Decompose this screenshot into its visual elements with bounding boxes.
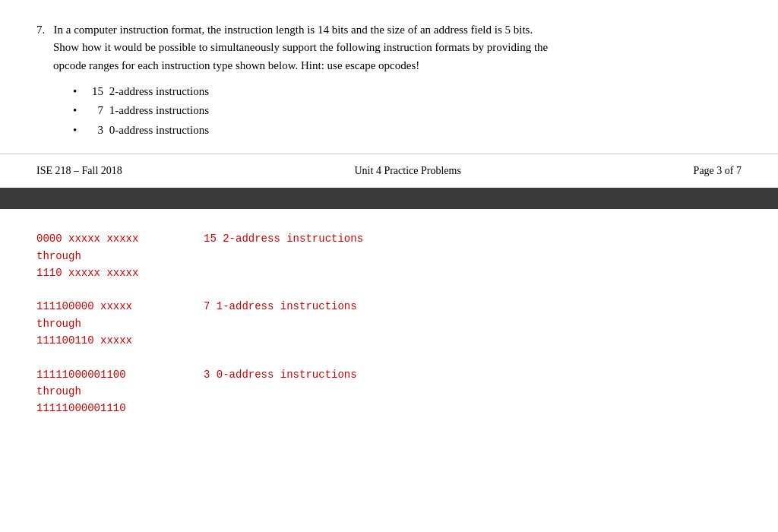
page-content: 7. In a computer instruction format, the… bbox=[0, 0, 778, 140]
footer-center: Unit 4 Practice Problems bbox=[355, 165, 461, 177]
answer-label-2: 7 1-address instructions bbox=[204, 300, 357, 312]
bullet-label-3: 0-address instructions bbox=[109, 124, 209, 136]
footer-bar: ISE 218 – Fall 2018 Unit 4 Practice Prob… bbox=[0, 154, 778, 188]
answer-group-3: 11111000001100 3 0-address instructions … bbox=[36, 366, 742, 417]
answer-row-2-end: 111100110 xxxxx bbox=[36, 332, 742, 349]
answer-row-3-start: 11111000001100 3 0-address instructions bbox=[36, 366, 742, 383]
question-number: 7. bbox=[36, 24, 45, 36]
bullet-number-2: 7 bbox=[87, 101, 103, 121]
answer-label-1: 15 2-address instructions bbox=[204, 233, 363, 245]
answer-row-1-start: 0000 xxxxx xxxxx 15 2-address instructio… bbox=[36, 230, 742, 247]
bullet-item-1: 15 2-address instructions bbox=[73, 82, 742, 102]
question-line1: In a computer instruction format, the in… bbox=[54, 24, 533, 36]
bullet-item-3: 3 0-address instructions bbox=[73, 121, 742, 141]
question-line2: Show how it would be possible to simulta… bbox=[53, 39, 548, 56]
question-line3: opcode ranges for each instruction type … bbox=[53, 57, 419, 74]
answer-through-3: through bbox=[36, 383, 742, 400]
bullet-item-2: 7 1-address instructions bbox=[73, 101, 742, 121]
footer-left: ISE 218 – Fall 2018 bbox=[36, 165, 122, 177]
answer-row-2-start: 111100000 xxxxx 7 1-address instructions bbox=[36, 298, 742, 315]
answer-through-1: through bbox=[36, 248, 742, 264]
answer-code-end-3: 11111000001110 bbox=[36, 400, 204, 416]
footer-right: Page 3 of 7 bbox=[694, 165, 742, 177]
bullet-label-1: 2-address instructions bbox=[109, 85, 209, 97]
question-block: 7. In a computer instruction format, the… bbox=[36, 21, 742, 140]
bullet-number-3: 3 bbox=[87, 121, 103, 141]
answer-group-2: 111100000 xxxxx 7 1-address instructions… bbox=[36, 298, 742, 349]
dark-bar bbox=[0, 188, 778, 209]
answer-section: 0000 xxxxx xxxxx 15 2-address instructio… bbox=[0, 209, 778, 417]
answer-row-3-end: 11111000001110 bbox=[36, 400, 742, 416]
answer-row-1-end: 1110 xxxxx xxxxx bbox=[36, 264, 742, 281]
answer-code-start-3: 11111000001100 bbox=[36, 366, 204, 383]
answer-code-start-1: 0000 xxxxx xxxxx bbox=[36, 230, 204, 247]
answer-label-3: 3 0-address instructions bbox=[204, 369, 357, 381]
answer-group-1: 0000 xxxxx xxxxx 15 2-address instructio… bbox=[36, 230, 742, 281]
answer-code-end-1: 1110 xxxxx xxxxx bbox=[36, 264, 204, 281]
answer-code-start-2: 111100000 xxxxx bbox=[36, 298, 204, 315]
question-text: 7. In a computer instruction format, the… bbox=[36, 21, 742, 74]
answer-code-end-2: 111100110 xxxxx bbox=[36, 332, 204, 349]
bullet-list: 15 2-address instructions 7 1-address in… bbox=[73, 82, 742, 141]
bullet-number-1: 15 bbox=[87, 82, 103, 102]
bullet-label-2: 1-address instructions bbox=[109, 104, 209, 116]
answer-through-2: through bbox=[36, 315, 742, 332]
